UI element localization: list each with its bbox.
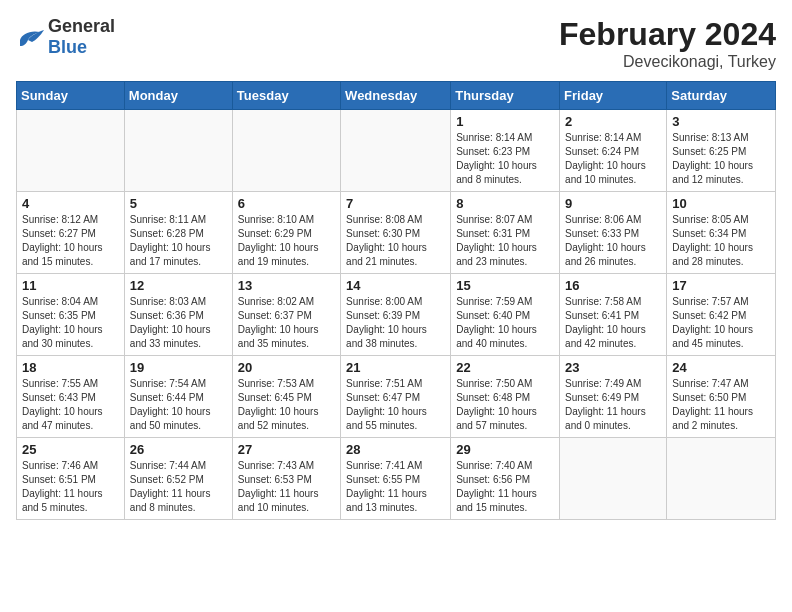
day-number: 19	[130, 360, 227, 375]
day-number: 11	[22, 278, 119, 293]
day-info: Sunrise: 7:41 AM Sunset: 6:55 PM Dayligh…	[346, 459, 445, 515]
calendar-cell	[17, 110, 125, 192]
day-number: 12	[130, 278, 227, 293]
logo: General Blue	[16, 16, 115, 58]
calendar-week-row: 18Sunrise: 7:55 AM Sunset: 6:43 PM Dayli…	[17, 356, 776, 438]
day-info: Sunrise: 7:53 AM Sunset: 6:45 PM Dayligh…	[238, 377, 335, 433]
day-info: Sunrise: 7:43 AM Sunset: 6:53 PM Dayligh…	[238, 459, 335, 515]
title-block: February 2024 Devecikonagi, Turkey	[559, 16, 776, 71]
day-info: Sunrise: 7:58 AM Sunset: 6:41 PM Dayligh…	[565, 295, 661, 351]
day-info: Sunrise: 7:40 AM Sunset: 6:56 PM Dayligh…	[456, 459, 554, 515]
calendar-cell: 11Sunrise: 8:04 AM Sunset: 6:35 PM Dayli…	[17, 274, 125, 356]
day-info: Sunrise: 8:12 AM Sunset: 6:27 PM Dayligh…	[22, 213, 119, 269]
day-info: Sunrise: 8:13 AM Sunset: 6:25 PM Dayligh…	[672, 131, 770, 187]
calendar-cell: 23Sunrise: 7:49 AM Sunset: 6:49 PM Dayli…	[560, 356, 667, 438]
day-info: Sunrise: 8:00 AM Sunset: 6:39 PM Dayligh…	[346, 295, 445, 351]
day-info: Sunrise: 8:08 AM Sunset: 6:30 PM Dayligh…	[346, 213, 445, 269]
day-info: Sunrise: 7:57 AM Sunset: 6:42 PM Dayligh…	[672, 295, 770, 351]
day-info: Sunrise: 8:07 AM Sunset: 6:31 PM Dayligh…	[456, 213, 554, 269]
calendar-cell	[560, 438, 667, 520]
calendar-cell: 4Sunrise: 8:12 AM Sunset: 6:27 PM Daylig…	[17, 192, 125, 274]
day-number: 29	[456, 442, 554, 457]
day-number: 16	[565, 278, 661, 293]
day-info: Sunrise: 7:54 AM Sunset: 6:44 PM Dayligh…	[130, 377, 227, 433]
day-info: Sunrise: 8:05 AM Sunset: 6:34 PM Dayligh…	[672, 213, 770, 269]
day-number: 1	[456, 114, 554, 129]
calendar-week-row: 25Sunrise: 7:46 AM Sunset: 6:51 PM Dayli…	[17, 438, 776, 520]
col-header-friday: Friday	[560, 82, 667, 110]
day-number: 18	[22, 360, 119, 375]
logo-bird-icon	[16, 26, 44, 48]
calendar-cell	[232, 110, 340, 192]
day-number: 15	[456, 278, 554, 293]
col-header-saturday: Saturday	[667, 82, 776, 110]
day-number: 24	[672, 360, 770, 375]
day-info: Sunrise: 7:47 AM Sunset: 6:50 PM Dayligh…	[672, 377, 770, 433]
day-info: Sunrise: 8:04 AM Sunset: 6:35 PM Dayligh…	[22, 295, 119, 351]
calendar-cell: 18Sunrise: 7:55 AM Sunset: 6:43 PM Dayli…	[17, 356, 125, 438]
calendar-cell: 6Sunrise: 8:10 AM Sunset: 6:29 PM Daylig…	[232, 192, 340, 274]
day-info: Sunrise: 8:14 AM Sunset: 6:23 PM Dayligh…	[456, 131, 554, 187]
day-number: 20	[238, 360, 335, 375]
day-number: 10	[672, 196, 770, 211]
day-number: 14	[346, 278, 445, 293]
calendar-cell	[124, 110, 232, 192]
day-info: Sunrise: 8:14 AM Sunset: 6:24 PM Dayligh…	[565, 131, 661, 187]
day-number: 5	[130, 196, 227, 211]
calendar-cell	[341, 110, 451, 192]
day-info: Sunrise: 8:06 AM Sunset: 6:33 PM Dayligh…	[565, 213, 661, 269]
col-header-sunday: Sunday	[17, 82, 125, 110]
calendar-cell: 7Sunrise: 8:08 AM Sunset: 6:30 PM Daylig…	[341, 192, 451, 274]
calendar-cell: 29Sunrise: 7:40 AM Sunset: 6:56 PM Dayli…	[451, 438, 560, 520]
calendar-cell: 5Sunrise: 8:11 AM Sunset: 6:28 PM Daylig…	[124, 192, 232, 274]
day-info: Sunrise: 8:10 AM Sunset: 6:29 PM Dayligh…	[238, 213, 335, 269]
day-info: Sunrise: 8:11 AM Sunset: 6:28 PM Dayligh…	[130, 213, 227, 269]
col-header-monday: Monday	[124, 82, 232, 110]
col-header-tuesday: Tuesday	[232, 82, 340, 110]
calendar-cell: 13Sunrise: 8:02 AM Sunset: 6:37 PM Dayli…	[232, 274, 340, 356]
day-number: 8	[456, 196, 554, 211]
calendar-cell: 26Sunrise: 7:44 AM Sunset: 6:52 PM Dayli…	[124, 438, 232, 520]
calendar-cell	[667, 438, 776, 520]
calendar-week-row: 4Sunrise: 8:12 AM Sunset: 6:27 PM Daylig…	[17, 192, 776, 274]
day-info: Sunrise: 8:03 AM Sunset: 6:36 PM Dayligh…	[130, 295, 227, 351]
day-info: Sunrise: 7:59 AM Sunset: 6:40 PM Dayligh…	[456, 295, 554, 351]
day-number: 7	[346, 196, 445, 211]
calendar-cell: 28Sunrise: 7:41 AM Sunset: 6:55 PM Dayli…	[341, 438, 451, 520]
col-header-thursday: Thursday	[451, 82, 560, 110]
day-info: Sunrise: 7:49 AM Sunset: 6:49 PM Dayligh…	[565, 377, 661, 433]
calendar-cell: 9Sunrise: 8:06 AM Sunset: 6:33 PM Daylig…	[560, 192, 667, 274]
day-number: 26	[130, 442, 227, 457]
day-number: 22	[456, 360, 554, 375]
day-number: 23	[565, 360, 661, 375]
day-number: 27	[238, 442, 335, 457]
day-info: Sunrise: 7:55 AM Sunset: 6:43 PM Dayligh…	[22, 377, 119, 433]
day-number: 9	[565, 196, 661, 211]
calendar-cell: 16Sunrise: 7:58 AM Sunset: 6:41 PM Dayli…	[560, 274, 667, 356]
calendar-cell: 10Sunrise: 8:05 AM Sunset: 6:34 PM Dayli…	[667, 192, 776, 274]
calendar-cell: 12Sunrise: 8:03 AM Sunset: 6:36 PM Dayli…	[124, 274, 232, 356]
day-info: Sunrise: 7:44 AM Sunset: 6:52 PM Dayligh…	[130, 459, 227, 515]
day-number: 4	[22, 196, 119, 211]
calendar-cell: 1Sunrise: 8:14 AM Sunset: 6:23 PM Daylig…	[451, 110, 560, 192]
calendar-cell: 14Sunrise: 8:00 AM Sunset: 6:39 PM Dayli…	[341, 274, 451, 356]
day-info: Sunrise: 7:50 AM Sunset: 6:48 PM Dayligh…	[456, 377, 554, 433]
day-number: 6	[238, 196, 335, 211]
logo-general-text: General	[48, 16, 115, 36]
day-info: Sunrise: 7:46 AM Sunset: 6:51 PM Dayligh…	[22, 459, 119, 515]
calendar-header-row: SundayMondayTuesdayWednesdayThursdayFrid…	[17, 82, 776, 110]
calendar-cell: 2Sunrise: 8:14 AM Sunset: 6:24 PM Daylig…	[560, 110, 667, 192]
calendar-cell: 24Sunrise: 7:47 AM Sunset: 6:50 PM Dayli…	[667, 356, 776, 438]
calendar-cell: 17Sunrise: 7:57 AM Sunset: 6:42 PM Dayli…	[667, 274, 776, 356]
calendar-table: SundayMondayTuesdayWednesdayThursdayFrid…	[16, 81, 776, 520]
day-number: 2	[565, 114, 661, 129]
calendar-cell: 8Sunrise: 8:07 AM Sunset: 6:31 PM Daylig…	[451, 192, 560, 274]
day-number: 17	[672, 278, 770, 293]
calendar-cell: 25Sunrise: 7:46 AM Sunset: 6:51 PM Dayli…	[17, 438, 125, 520]
day-number: 13	[238, 278, 335, 293]
calendar-week-row: 1Sunrise: 8:14 AM Sunset: 6:23 PM Daylig…	[17, 110, 776, 192]
calendar-week-row: 11Sunrise: 8:04 AM Sunset: 6:35 PM Dayli…	[17, 274, 776, 356]
calendar-cell: 21Sunrise: 7:51 AM Sunset: 6:47 PM Dayli…	[341, 356, 451, 438]
calendar-cell: 3Sunrise: 8:13 AM Sunset: 6:25 PM Daylig…	[667, 110, 776, 192]
day-info: Sunrise: 7:51 AM Sunset: 6:47 PM Dayligh…	[346, 377, 445, 433]
